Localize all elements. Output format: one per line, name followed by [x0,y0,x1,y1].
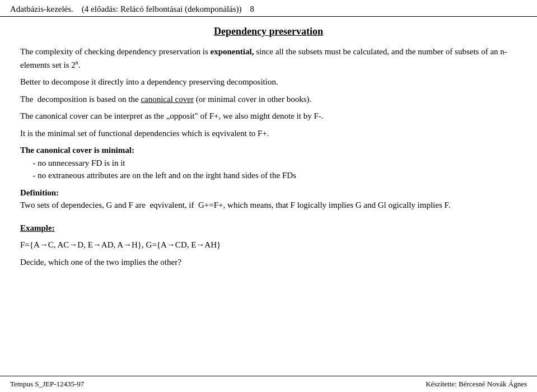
main-content: Dependency preservation The complexity o… [0,17,537,278]
example-line1: F={A→C, AC→D, E→AD, A→H}, G={A→CD, E→AH} [20,239,517,251]
paragraph-4: The canonical cover can be interpret as … [20,110,517,123]
example-label: Example: [20,223,55,232]
paragraph-5: It is the minimal set of functional depe… [20,127,517,140]
canonical-cover-term: canonical cover [141,95,194,104]
paragraph-6: The canonical cover is minimal: - no unn… [20,144,517,182]
bold-exponential: exponential, [210,47,254,56]
header-left: Adatbázis-kezelés. (4 előadás: Relácó fe… [10,4,254,14]
definition-label: Definition: [20,188,59,197]
example-line2: Decide, which one of the two implies the… [20,256,517,269]
paragraph-1: The complexity of checking dependency pr… [20,45,517,71]
footer-left: Tempus S_JEP-12435-97 [10,380,84,389]
page-header: Adatbázis-kezelés. (4 előadás: Relácó fe… [0,0,537,17]
example-label-line: Example: [20,222,517,235]
canonical-cover-minimal-label: The canonical cover is minimal: [20,146,134,155]
title-section: Dependency preservation [20,26,517,38]
page-footer: Tempus S_JEP-12435-97 Készítette: Bérces… [0,376,537,392]
footer-right: Készítette: Bércesné Novák Ágnes [426,380,527,389]
paragraph-2: Better to decompose it directly into a d… [20,76,517,88]
example-section: Example: F={A→C, AC→D, E→AD, A→H}, G={A→… [20,222,517,269]
paragraph-7: Definition: Two sets of dependecies, G a… [20,186,517,212]
paragraph-3: The decomposition is based on the canoni… [20,93,517,106]
page-title: Dependency preservation [214,26,323,37]
